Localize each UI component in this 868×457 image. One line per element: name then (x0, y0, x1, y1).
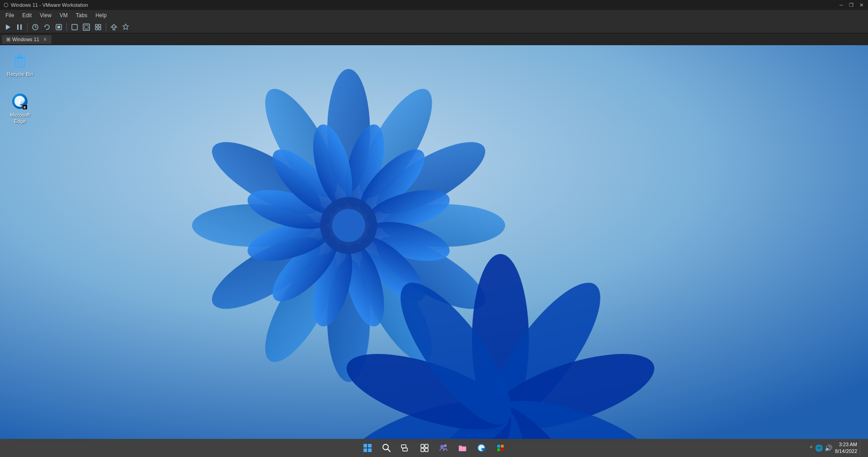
minimize-button[interactable]: ─ (838, 2, 844, 8)
svg-rect-77 (497, 448, 500, 451)
svg-rect-67 (403, 448, 407, 451)
svg-rect-6 (57, 26, 60, 28)
menu-vm[interactable]: VM (56, 11, 71, 19)
toolbar-sep-1 (27, 23, 28, 31)
svg-rect-76 (501, 445, 504, 448)
show-desktop-button[interactable] (860, 440, 863, 456)
vm-tab-close-button[interactable]: ✕ (43, 37, 47, 42)
start-button[interactable] (359, 440, 376, 456)
svg-rect-68 (421, 444, 424, 448)
svg-rect-75 (497, 445, 500, 448)
shutdown-button[interactable] (54, 22, 64, 32)
svg-rect-63 (368, 448, 372, 452)
close-button[interactable]: ✕ (858, 2, 864, 8)
svg-rect-60 (363, 444, 367, 448)
toolbar-sep-3 (106, 23, 106, 31)
clock-time: 3:23 AM (835, 441, 857, 448)
menu-view[interactable]: View (36, 11, 55, 19)
svg-point-73 (444, 444, 447, 447)
svg-rect-62 (363, 448, 367, 452)
widgets-button[interactable] (416, 440, 433, 456)
svg-rect-11 (99, 24, 101, 27)
menu-tabs[interactable]: Tabs (72, 11, 91, 19)
svg-rect-69 (425, 444, 428, 448)
svg-marker-0 (6, 24, 10, 30)
edge-icon-img: e e (11, 92, 29, 110)
taskbar-clock[interactable]: 3:23 AM 8/14/2022 (835, 441, 857, 455)
win11-desktop[interactable]: Recycle Bin e e Microsoft Edge (0, 45, 868, 439)
svg-marker-14 (111, 24, 117, 30)
svg-text:e: e (19, 99, 21, 105)
vmware-window-title: Windows 11 - VMware Workstation (11, 2, 88, 8)
svg-rect-55 (18, 55, 22, 57)
svg-rect-61 (368, 444, 372, 448)
system-tray[interactable]: ^ (810, 445, 812, 451)
power-on-button[interactable] (3, 22, 13, 32)
file-explorer-button[interactable] (454, 440, 471, 456)
network-icon[interactable]: 🌐 (815, 444, 823, 452)
restore-button[interactable]: ❐ (848, 2, 854, 8)
vmware-logo-icon: ⬡ (4, 2, 8, 8)
fit-window-button[interactable] (81, 22, 91, 32)
svg-rect-70 (421, 448, 424, 452)
taskbar-right: ^ 🌐 🔊 3:23 AM 8/14/2022 (810, 440, 863, 456)
svg-rect-13 (99, 28, 101, 30)
settings-button[interactable] (121, 22, 131, 32)
unity-button[interactable] (93, 22, 103, 32)
teams-button[interactable] (435, 440, 452, 456)
clock-date: 8/14/2022 (835, 448, 857, 455)
svg-line-65 (388, 449, 391, 452)
svg-rect-66 (401, 445, 406, 448)
svg-text:e: e (24, 105, 26, 109)
task-view-button[interactable] (397, 440, 414, 456)
revert-button[interactable] (42, 22, 52, 32)
pause-button[interactable] (14, 22, 24, 32)
vmware-tabbar: ⊞ Windows 11 ✕ (0, 33, 868, 45)
vmware-titlebar-controls: ─ ❐ ✕ (838, 2, 864, 8)
svg-rect-8 (83, 24, 90, 30)
svg-rect-78 (501, 448, 504, 451)
svg-rect-12 (95, 28, 98, 30)
edge-taskbar-button[interactable] (473, 440, 490, 456)
tray-icons: 🌐 🔊 (815, 444, 832, 452)
microsoft-edge-label: Microsoft Edge (5, 112, 34, 125)
recycle-bin-label: Recycle Bin (7, 71, 33, 77)
vm-tab-icon: ⊞ (6, 37, 10, 42)
svg-rect-2 (20, 24, 22, 30)
store-button[interactable] (492, 440, 509, 456)
tray-chevron-icon[interactable]: ^ (810, 445, 812, 451)
win11-taskbar: ^ 🌐 🔊 3:23 AM 8/14/2022 (0, 439, 868, 457)
svg-rect-1 (17, 24, 19, 30)
svg-rect-7 (72, 24, 77, 30)
vmware-toolbar (0, 21, 868, 33)
send-ctrlaltdel-button[interactable] (109, 22, 119, 32)
menu-edit[interactable]: Edit (19, 11, 35, 19)
recycle-bin-icon[interactable]: Recycle Bin (4, 50, 36, 79)
menu-file[interactable]: File (2, 11, 18, 19)
recycle-bin-icon-img (11, 52, 29, 70)
svg-rect-10 (95, 24, 98, 27)
svg-marker-15 (123, 24, 128, 29)
menu-help[interactable]: Help (92, 11, 110, 19)
vm-tab-label: Windows 11 (12, 37, 39, 42)
vm-tab-windows11[interactable]: ⊞ Windows 11 ✕ (2, 35, 52, 44)
vmware-titlebar: ⬡ Windows 11 - VMware Workstation ─ ❐ ✕ (0, 0, 868, 10)
toolbar-sep-2 (66, 23, 67, 31)
full-screen-button[interactable] (70, 22, 80, 32)
microsoft-edge-icon[interactable]: e e Microsoft Edge (4, 90, 36, 127)
svg-point-42 (332, 209, 365, 242)
svg-rect-71 (425, 448, 428, 452)
volume-icon[interactable]: 🔊 (825, 444, 832, 452)
svg-rect-9 (85, 25, 88, 29)
wallpaper-svg (0, 45, 868, 439)
vmware-titlebar-left: ⬡ Windows 11 - VMware Workstation (4, 2, 88, 8)
snapshot-button[interactable] (30, 22, 40, 32)
taskbar-center (359, 440, 509, 456)
search-button[interactable] (378, 440, 395, 456)
svg-point-72 (440, 445, 444, 448)
vmware-menubar: File Edit View VM Tabs Help (0, 10, 868, 21)
